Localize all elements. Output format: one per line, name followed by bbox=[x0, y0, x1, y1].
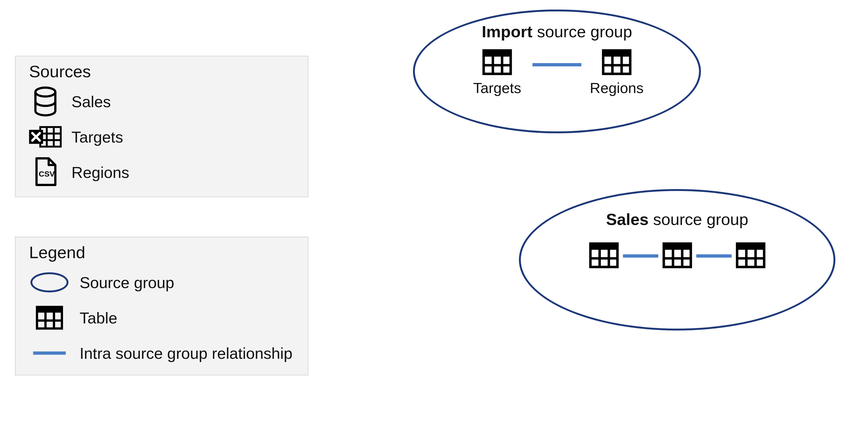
database-icon bbox=[29, 86, 62, 116]
svg-rect-1 bbox=[40, 127, 61, 147]
source-row-regions: CSV Regions bbox=[29, 154, 297, 190]
sales-title-rest: source group bbox=[649, 210, 748, 228]
relationship-line bbox=[696, 254, 732, 258]
sales-table bbox=[732, 243, 770, 269]
source-row-targets: Targets bbox=[29, 119, 297, 154]
source-label: Regions bbox=[71, 163, 129, 181]
source-label: Targets bbox=[71, 128, 123, 146]
relationship-line-icon bbox=[29, 351, 70, 355]
sales-source-group: Sales source group bbox=[519, 189, 835, 331]
svg-rect-9 bbox=[37, 307, 62, 313]
source-label: Sales bbox=[71, 92, 111, 111]
sales-table bbox=[658, 243, 696, 269]
sources-panel: Sources Sales bbox=[15, 56, 308, 197]
table-icon bbox=[736, 243, 766, 269]
sales-group-title: Sales source group bbox=[606, 210, 748, 229]
legend-label: Source group bbox=[80, 273, 174, 291]
sources-title: Sources bbox=[29, 62, 297, 81]
import-table-label: Regions bbox=[590, 79, 644, 96]
relationship-line bbox=[532, 63, 581, 66]
table-icon bbox=[602, 49, 632, 76]
table-icon bbox=[29, 306, 70, 330]
table-icon bbox=[662, 243, 692, 269]
excel-icon bbox=[29, 123, 62, 150]
ellipse-icon bbox=[29, 272, 70, 292]
table-icon bbox=[482, 49, 512, 76]
import-title-rest: source group bbox=[532, 23, 632, 41]
import-table-label: Targets bbox=[473, 79, 521, 96]
svg-point-0 bbox=[35, 88, 55, 96]
import-title-bold: Import bbox=[482, 23, 532, 41]
svg-rect-19 bbox=[603, 51, 630, 57]
legend-title: Legend bbox=[29, 243, 297, 262]
svg-rect-14 bbox=[484, 51, 511, 57]
legend-row-relationship: Intra source group relationship bbox=[29, 335, 297, 371]
svg-rect-24 bbox=[590, 244, 618, 250]
csv-file-icon: CSV bbox=[29, 157, 62, 187]
sales-table bbox=[585, 243, 623, 269]
import-source-group: Import source group Targets bbox=[413, 9, 701, 133]
table-icon bbox=[589, 243, 619, 269]
sales-tables-row bbox=[585, 243, 770, 269]
source-row-sales: Sales bbox=[29, 84, 297, 119]
import-table-targets: Targets bbox=[462, 49, 532, 96]
import-table-regions: Regions bbox=[581, 49, 652, 96]
relationship-line bbox=[623, 254, 658, 258]
legend-row-table: Table bbox=[29, 300, 297, 335]
import-tables-row: Targets Regions bbox=[462, 49, 652, 96]
svg-rect-29 bbox=[664, 244, 691, 250]
legend-label: Table bbox=[80, 309, 117, 327]
svg-rect-34 bbox=[737, 244, 764, 250]
import-group-title: Import source group bbox=[482, 22, 632, 41]
legend-row-source-group: Source group bbox=[29, 265, 297, 300]
legend-panel: Legend Source group Table bbox=[15, 237, 308, 375]
sales-title-bold: Sales bbox=[606, 210, 649, 228]
legend-label: Intra source group relationship bbox=[80, 344, 292, 362]
svg-text:CSV: CSV bbox=[39, 169, 55, 178]
diagram-canvas: Sources Sales bbox=[0, 0, 868, 423]
